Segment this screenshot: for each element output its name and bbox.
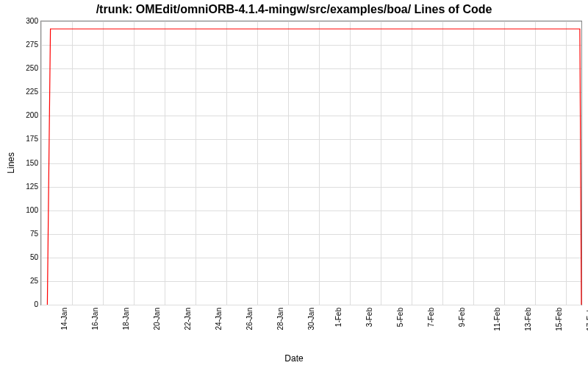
x-axis-label: Date (0, 353, 588, 364)
x-tick-label: 18-Jan (122, 308, 130, 330)
y-tick-label: 200 (9, 111, 38, 119)
plot-area (40, 21, 582, 305)
y-tick-label: 275 (9, 40, 38, 49)
x-tick-label: 5-Feb (396, 308, 404, 327)
x-tick-label: 30-Jan (307, 308, 315, 330)
x-tick-label: 13-Feb (524, 308, 532, 331)
x-tick-label: 28-Jan (276, 308, 284, 330)
x-tick-label: 15-Feb (555, 308, 563, 331)
y-axis-label: Lines (6, 152, 16, 174)
y-tick-label: 100 (9, 205, 38, 213)
y-tick-label: 75 (9, 229, 38, 237)
y-tick-label: 175 (9, 135, 38, 143)
x-tick-label: 16-Jan (91, 308, 99, 330)
y-tick-label: 0 (9, 300, 38, 308)
x-tick-label: 11-Feb (493, 308, 501, 331)
x-tick-label: 1-Feb (334, 308, 343, 327)
x-tick-label: 14-Jan (60, 308, 68, 330)
x-tick-label: 3-Feb (365, 308, 373, 327)
x-tick-label: 20-Jan (153, 308, 161, 330)
x-tick-label: 26-Jan (245, 308, 254, 330)
y-tick-label: 50 (9, 252, 38, 261)
x-tick-label: 22-Jan (184, 308, 192, 330)
y-tick-label: 225 (9, 88, 38, 96)
chart-title: /trunk: OMEdit/omniORB-4.1.4-mingw/src/e… (0, 3, 588, 16)
gridline-h (41, 305, 581, 305)
y-tick-label: 125 (9, 182, 38, 190)
x-tick-label: 7-Feb (427, 308, 435, 327)
y-tick-label: 300 (9, 17, 38, 25)
chart-container: /trunk: OMEdit/omniORB-4.1.4-mingw/src/e… (0, 0, 588, 368)
y-tick-label: 250 (9, 64, 38, 72)
x-tick-label: 9-Feb (458, 308, 466, 327)
y-tick-label: 25 (9, 276, 38, 284)
data-series-line (41, 21, 581, 305)
x-tick-label: 24-Jan (215, 308, 223, 330)
